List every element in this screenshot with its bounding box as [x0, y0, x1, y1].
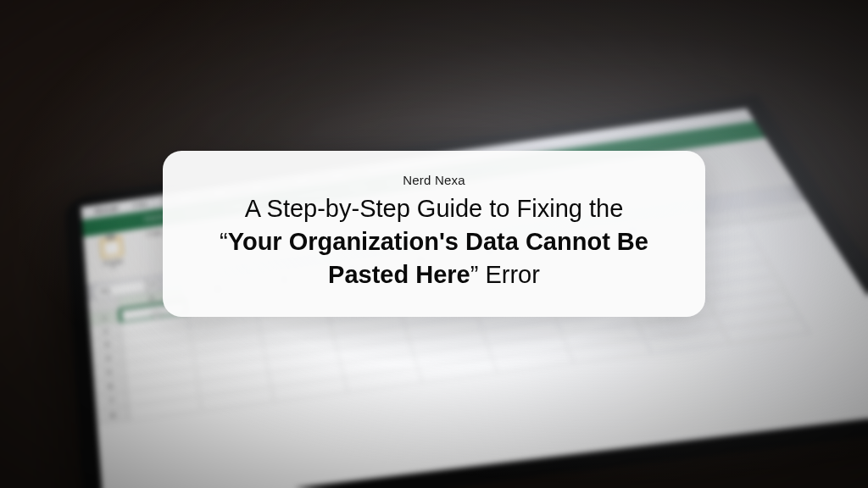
title-quote-open: “ [220, 228, 228, 255]
menubar-item-file: File [132, 200, 147, 209]
chevron-down-icon: ▼ [110, 265, 116, 270]
cursor-plus-icon: ✚ [151, 309, 162, 321]
menubar-app-name: Excel [95, 204, 119, 214]
paste-button: Paste ▼ [91, 234, 135, 278]
title-line1: A Step-by-Step Guide to Fixing the [245, 195, 624, 222]
title-quote-close: ” [470, 261, 479, 288]
row-header-8: 8 [96, 406, 130, 425]
title-suffix: Error [478, 261, 540, 288]
clipboard-icon [99, 236, 124, 259]
article-title: A Step-by-Step Guide to Fixing the “Your… [202, 192, 666, 291]
title-card: Nerd Nexa A Step-by-Step Guide to Fixing… [163, 151, 705, 317]
cell-reference-chevron-icon: ▼ [146, 277, 160, 291]
copy-label: Copy [146, 230, 163, 237]
brand-name: Nerd Nexa [202, 173, 666, 187]
title-bold: Your Organization's Data Cannot Be Paste… [228, 228, 648, 288]
